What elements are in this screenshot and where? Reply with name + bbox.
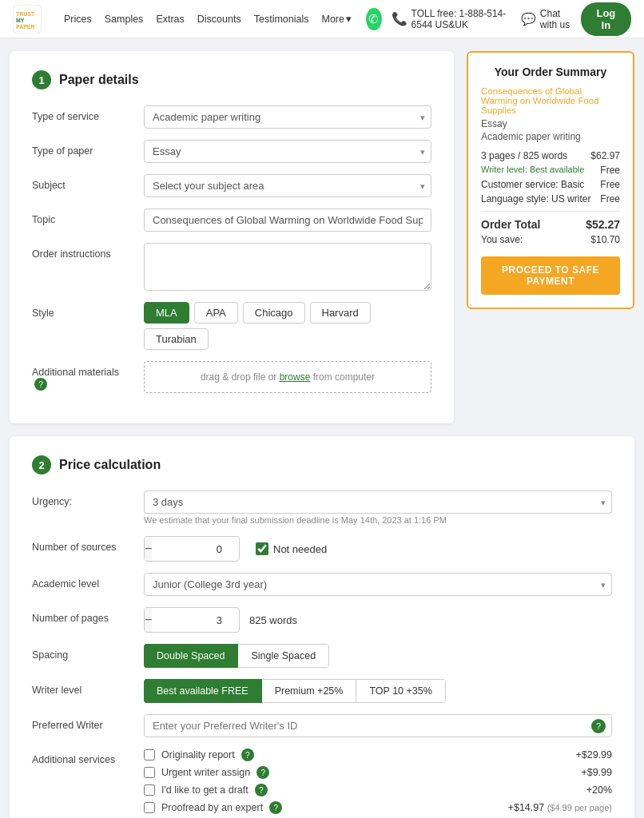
service-urgent-checkbox[interactable] [144,767,155,778]
order-instructions-label: Order instructions [32,243,136,260]
topic-input[interactable] [144,208,431,232]
service-originality-checkbox[interactable] [144,749,155,760]
urgency-hint: We estimate that your final submission d… [144,515,612,525]
sources-decrement[interactable]: − [145,537,152,561]
summary-language-price: Free [600,193,620,204]
chat-area[interactable]: 💬 Chat with us [521,8,571,30]
academic-level-select-wrapper: Junior (College 3rd year) ▾ [144,573,612,596]
topic-row: Topic [32,208,431,232]
style-chicago[interactable]: Chicago [243,302,305,324]
order-instructions-textarea[interactable] [144,243,431,291]
subject-select[interactable]: Select your subject area [144,174,431,197]
phone-number: TOLL free: 1-888-514-6544 US&UK [411,8,511,30]
nav-extras[interactable]: Extras [156,14,184,25]
browse-link[interactable]: browse [280,371,311,383]
summary-writer-label: Writer level: Best available [481,165,584,176]
summary-you-save: You save: $10.70 [481,234,620,245]
service-draft-help[interactable]: ? [255,784,268,796]
urgency-select-wrapper: 3 days ▾ [144,490,612,514]
chat-label: Chat with us [540,8,571,30]
service-proofread-checkbox[interactable] [144,802,155,813]
summary-order-total: Order Total $52.27 [481,218,620,231]
summary-topic: Consequences of Global Warming on Worldw… [481,86,620,115]
proofread-note: ($4.99 per page) [547,803,612,812]
order-summary: Your Order Summary Consequences of Globa… [467,51,634,309]
login-button[interactable]: Log In [581,2,631,36]
preferred-writer-label: Preferred Writer [32,714,136,731]
service-draft-checkbox[interactable] [144,784,155,796]
service-urgent: Urgent writer assign ? +$9.99 [144,766,612,779]
navbar: TRUST MY PAPER Prices Samples Extras Dis… [0,0,644,38]
proceed-button[interactable]: PROCEED TO SAFE PAYMENT [481,256,620,295]
service-originality-name: Originality report [161,749,235,760]
summary-total-label: Order Total [481,218,540,231]
file-upload-area[interactable]: drag & drop file or browse from computer [144,361,431,393]
pages-value[interactable] [152,614,240,626]
price-calc-heading: Price calculation [59,458,161,472]
academic-level-select[interactable]: Junior (College 3rd year) [144,573,612,596]
subject-select-wrapper: Select your subject area ▾ [144,174,431,197]
spacing-double-btn[interactable]: Double Spaced [144,644,238,668]
summary-save-label: You save: [481,234,523,245]
not-needed-checkbox[interactable] [256,542,268,555]
section-number-2: 2 [32,455,51,475]
style-buttons: MLA APA Chicago Harvard Turabian [144,302,431,350]
urgency-select[interactable]: 3 days [144,490,612,514]
summary-title: Your Order Summary [481,66,620,78]
pages-decrement[interactable]: − [145,608,152,632]
service-originality-help[interactable]: ? [241,749,254,761]
preferred-writer-input[interactable] [144,714,612,737]
additional-materials-label: Additional materials ? [32,361,136,391]
spacing-row: Spacing Double Spaced Single Spaced [32,644,612,668]
type-of-service-select-wrapper: Academic paper writing ▾ [144,105,431,129]
spacing-toggle: Double Spaced Single Spaced [144,644,329,668]
summary-writer-line: Writer level: Best available Free [481,165,620,176]
style-apa[interactable]: APA [194,302,238,324]
summary-writer-price: Free [600,165,620,176]
nav-links: Prices Samples Extras Discounts Testimon… [64,13,352,25]
style-harvard[interactable]: Harvard [310,302,371,324]
spacing-single-btn[interactable]: Single Spaced [237,644,329,668]
nav-discounts[interactable]: Discounts [197,14,241,25]
sources-value[interactable] [152,543,240,555]
writer-top-btn[interactable]: TOP 10 +35% [356,679,445,703]
writer-level-label: Writer level [32,679,136,696]
nav-testimonials[interactable]: Testimonials [254,14,309,25]
writer-premium-btn[interactable]: Premium +25% [261,679,357,703]
nav-prices[interactable]: Prices [64,14,92,25]
sources-label: Number of sources [32,536,136,553]
summary-pages-line: 3 pages / 825 words $62.97 [481,150,620,161]
pages-label: Number of pages [32,607,136,624]
type-of-paper-select-wrapper: Essay ▾ [144,140,431,163]
sources-stepper: − + [144,536,240,562]
pages-stepper: − + [144,607,240,633]
writer-level-row: Writer level Best available FREE Premium… [32,679,612,703]
subject-row: Subject Select your subject area ▾ [32,174,431,197]
logo[interactable]: TRUST MY PAPER [13,5,42,34]
pages-words-label: 825 words [249,614,297,626]
service-draft-name: I'd like to get a draft [161,784,248,796]
pages-row: Number of pages − + 825 words [32,607,612,633]
service-originality: Originality report ? +$29.99 [144,749,612,761]
service-urgent-help[interactable]: ? [256,766,269,779]
preferred-writer-help[interactable]: ? [591,719,606,733]
style-mla[interactable]: MLA [144,302,189,324]
style-turabian[interactable]: Turabian [144,328,209,350]
svg-text:MY: MY [16,18,25,23]
additional-materials-help[interactable]: ? [34,378,47,391]
not-needed-area: Not needed [256,542,327,555]
nav-samples[interactable]: Samples [105,14,144,25]
summary-pages-price: $62.97 [590,150,620,161]
summary-customer-label: Customer service: Basic [481,179,584,190]
service-proofread: Proofread by an expert ? +$14.97 ($4.99 … [144,801,612,814]
summary-service: Academic paper writing [481,131,620,142]
service-urgent-price: +$9.99 [581,767,612,778]
section-number-1: 1 [32,70,51,89]
paper-details-card: 1 Paper details Type of service Academic… [10,51,454,423]
service-proofread-help[interactable]: ? [269,801,282,814]
whatsapp-icon[interactable]: ✆ [366,8,382,30]
type-of-paper-select[interactable]: Essay [144,140,431,163]
nav-more[interactable]: More ▾ [321,13,351,25]
type-of-service-select[interactable]: Academic paper writing [144,105,431,129]
writer-best-btn[interactable]: Best available FREE [144,679,262,703]
